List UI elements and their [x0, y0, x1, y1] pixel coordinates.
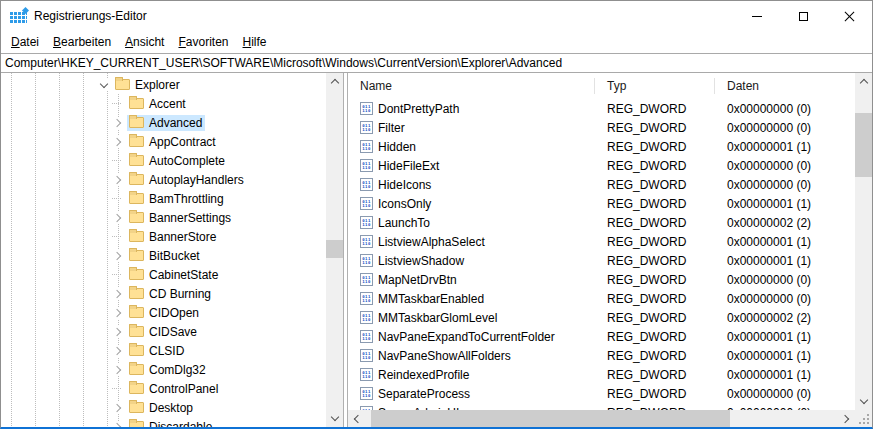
tree-vertical-scrollbar[interactable] [326, 73, 343, 427]
tree-node[interactable]: BannerStore [127, 229, 219, 245]
registry-value-row[interactable]: 011110DontPrettyPathREG_DWORD0x00000000 … [348, 99, 855, 118]
registry-value-row[interactable]: 011110ListviewAlphaSelectREG_DWORD0x0000… [348, 232, 855, 251]
list-horizontal-scrollbar[interactable] [348, 410, 855, 427]
tree-item-cidopen[interactable]: CIDOpen [1, 303, 326, 322]
tree-item-cd-burning[interactable]: CD Burning [1, 284, 326, 303]
tree-item-advanced[interactable]: Advanced [1, 113, 326, 132]
value-type: REG_DWORD [595, 178, 715, 192]
list-scrollbar-thumb-horizontal[interactable] [371, 410, 730, 427]
tree-node[interactable]: BannerSettings [127, 210, 234, 226]
tree-item-desktop[interactable]: Desktop [1, 398, 326, 417]
tree-node[interactable]: CD Burning [127, 286, 214, 302]
menu-bearbeiten[interactable]: Bearbeiten [46, 33, 118, 51]
registry-value-row[interactable]: 011110NavPaneExpandToCurrentFolderREG_DW… [348, 327, 855, 346]
registry-value-row[interactable]: 011110SeparateProcessREG_DWORD0x00000000… [348, 384, 855, 403]
close-button[interactable] [826, 1, 872, 31]
list-scrollbar-thumb[interactable] [855, 113, 872, 177]
chevron-right-icon[interactable] [112, 345, 124, 357]
menu-favoriten[interactable]: Favoriten [171, 33, 235, 51]
tree-item-cidsave[interactable]: CIDSave [1, 322, 326, 341]
folder-icon [129, 117, 144, 128]
tree-item-autocomplete[interactable]: AutoComplete [1, 151, 326, 170]
tree-item-appcontract[interactable]: AppContract [1, 132, 326, 151]
tree-node[interactable]: ControlPanel [127, 381, 221, 397]
tree-item-controlpanel[interactable]: ControlPanel [1, 379, 326, 398]
chevron-right-icon[interactable] [112, 326, 124, 338]
resize-grip[interactable] [855, 410, 872, 427]
registry-value-row[interactable]: 011110MMTaskbarGlomLevelREG_DWORD0x00000… [348, 308, 855, 327]
scroll-up-button[interactable] [326, 73, 343, 90]
scroll-left-button[interactable] [348, 410, 365, 427]
tree-node[interactable]: Accent [127, 96, 189, 112]
tree-node[interactable]: CLSID [127, 343, 187, 359]
tree-node[interactable]: AutoplayHandlers [127, 172, 247, 188]
minimize-button[interactable] [734, 1, 780, 31]
tree-node[interactable]: CIDSave [127, 324, 200, 340]
tree-node[interactable]: CIDOpen [127, 305, 202, 321]
tree-node[interactable]: Explorer [113, 77, 183, 93]
address-bar[interactable]: Computer\HKEY_CURRENT_USER\SOFTWARE\Micr… [1, 53, 872, 73]
chevron-right-icon[interactable] [112, 174, 124, 186]
tree-node[interactable]: ComDlg32 [127, 362, 209, 378]
scroll-up-button[interactable] [855, 73, 872, 90]
tree-item-explorer[interactable]: Explorer [1, 75, 326, 94]
column-header-daten[interactable]: Daten [715, 78, 855, 94]
column-header-name[interactable]: Name [348, 78, 595, 94]
tree-node[interactable]: AutoComplete [127, 153, 228, 169]
tree-scrollbar-thumb[interactable] [326, 240, 343, 258]
minimize-icon [752, 16, 762, 17]
chevron-right-icon[interactable] [112, 402, 124, 414]
menu-ansicht[interactable]: Ansicht [118, 33, 171, 51]
registry-value-row[interactable]: 011110FilterREG_DWORD0x00000000 (0) [348, 118, 855, 137]
registry-value-row[interactable]: 011110HideFileExtREG_DWORD0x00000000 (0) [348, 156, 855, 175]
tree-node[interactable]: Desktop [127, 400, 196, 416]
chevron-right-icon[interactable] [112, 212, 124, 224]
scroll-down-button[interactable] [326, 410, 343, 427]
registry-value-row[interactable]: 011110ReindexedProfileREG_DWORD0x0000000… [348, 365, 855, 384]
tree-item-bamthrottling[interactable]: BamThrottling [1, 189, 326, 208]
menu-datei[interactable]: Datei [4, 33, 46, 51]
chevron-down-icon[interactable] [98, 79, 110, 91]
maximize-button[interactable] [780, 1, 826, 31]
chevron-right-icon[interactable] [112, 117, 124, 129]
tree-item-discardable[interactable]: Discardable [1, 417, 326, 427]
tree-item-accent[interactable]: Accent [1, 94, 326, 113]
chevron-right-icon[interactable] [112, 307, 124, 319]
tree-node[interactable]: BamThrottling [127, 191, 227, 207]
tree-item-bannersettings[interactable]: BannerSettings [1, 208, 326, 227]
column-header-typ[interactable]: Typ [595, 78, 715, 94]
tree-item-clsid[interactable]: CLSID [1, 341, 326, 360]
tree-item-bannerstore[interactable]: BannerStore [1, 227, 326, 246]
registry-value-row[interactable]: 011110MapNetDrvBtnREG_DWORD0x00000000 (0… [348, 270, 855, 289]
value-name: Hidden [378, 140, 416, 154]
registry-value-row[interactable]: 011110MMTaskbarEnabledREG_DWORD0x0000000… [348, 289, 855, 308]
scroll-down-button[interactable] [855, 393, 872, 410]
registry-value-row[interactable]: 011110ServerAdminUIREG_DWORD0x00000000 (… [348, 403, 855, 410]
tree-item-bitbucket[interactable]: BitBucket [1, 246, 326, 265]
registry-value-row[interactable]: 011110ListviewShadowREG_DWORD0x00000001 … [348, 251, 855, 270]
menu-bearbeiten-accel: B [53, 35, 61, 49]
chevron-right-icon[interactable] [112, 421, 124, 428]
list-vertical-scrollbar[interactable] [855, 73, 872, 410]
menu-hilfe[interactable]: Hilfe [236, 33, 274, 51]
registry-value-row[interactable]: 011110IconsOnlyREG_DWORD0x00000001 (1) [348, 194, 855, 213]
chevron-right-icon[interactable] [112, 250, 124, 262]
registry-value-row[interactable]: 011110NavPaneShowAllFoldersREG_DWORD0x00… [348, 346, 855, 365]
tree-node[interactable]: CabinetState [127, 267, 221, 283]
chevron-right-icon[interactable] [112, 136, 124, 148]
tree-item-comdlg32[interactable]: ComDlg32 [1, 360, 326, 379]
tree-node[interactable]: BitBucket [127, 248, 203, 264]
tree-node[interactable]: Discardable [127, 419, 215, 428]
scroll-right-button[interactable] [838, 410, 855, 427]
tree-node[interactable]: Advanced [127, 115, 205, 131]
tree-item-cabinetstate[interactable]: CabinetState [1, 265, 326, 284]
registry-value-row[interactable]: 011110HideIconsREG_DWORD0x00000000 (0) [348, 175, 855, 194]
registry-value-row[interactable]: 011110LaunchToREG_DWORD0x00000002 (2) [348, 213, 855, 232]
folder-icon [129, 383, 144, 394]
chevron-right-icon[interactable] [112, 288, 124, 300]
tree-node[interactable]: AppContract [127, 134, 219, 150]
tree-item-autoplayhandlers[interactable]: AutoplayHandlers [1, 170, 326, 189]
value-data: 0x00000001 (1) [715, 254, 855, 268]
chevron-right-icon[interactable] [112, 364, 124, 376]
registry-value-row[interactable]: 011110HiddenREG_DWORD0x00000001 (1) [348, 137, 855, 156]
